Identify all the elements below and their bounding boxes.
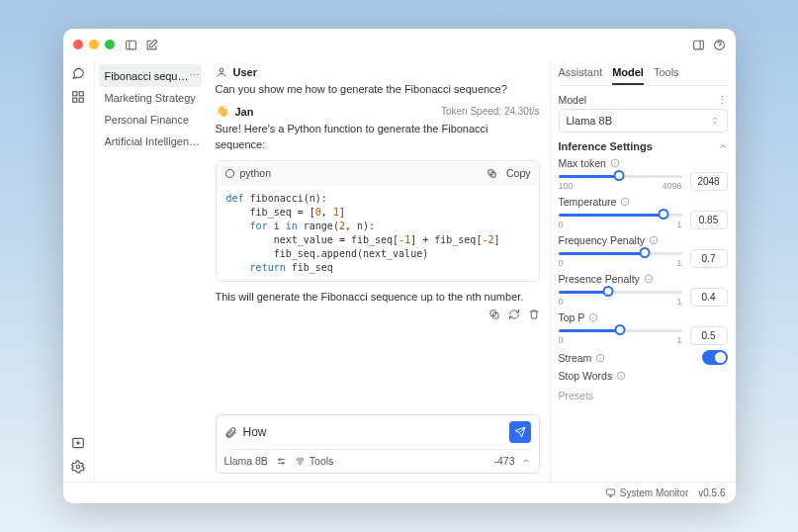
settings-chip-icon[interactable] — [276, 456, 287, 467]
conversation-item[interactable]: Artificial Intelligen… — [99, 131, 202, 152]
stop-words-label: Stop Words — [559, 370, 613, 382]
inference-label: Inference Settings — [559, 140, 653, 152]
chat-icon[interactable] — [71, 66, 85, 80]
status-bar: System Monitor v0.5.6 — [63, 482, 736, 503]
info-icon[interactable] — [595, 353, 605, 363]
conversation-item[interactable]: Marketing Strategy — [99, 87, 202, 109]
user-text: Can you show me how to generate the Fibo… — [216, 82, 540, 97]
tools-chip[interactable]: Tools — [295, 455, 334, 467]
top-p-prop: Top P 01 0.5 — [559, 311, 728, 345]
info-icon[interactable] — [644, 274, 654, 284]
composer: Llama 8B Tools -473 — [216, 414, 540, 474]
model-section-label: Model — [559, 94, 587, 106]
apps-icon[interactable] — [71, 90, 85, 104]
conversation-list: Fibonacci sequ…⋯ Marketing Strategy Pers… — [95, 60, 206, 482]
frequency-penalty-prop: Frequency Penalty 01 0.7 — [559, 234, 728, 268]
info-icon[interactable] — [649, 235, 659, 245]
new-chat-icon[interactable] — [145, 39, 158, 51]
model-chip[interactable]: Llama 8B — [224, 455, 268, 467]
max-token-value[interactable]: 2048 — [690, 172, 728, 191]
conversation-item[interactable]: Personal Finance — [99, 109, 202, 131]
tab-model[interactable]: Model — [612, 64, 644, 85]
send-icon — [514, 426, 526, 438]
version-label: v0.5.6 — [698, 488, 725, 498]
temperature-value[interactable]: 0.85 — [690, 211, 728, 229]
svg-rect-6 — [73, 92, 77, 96]
code-block: python Copy def fibonacci(n): fib_seq = … — [216, 160, 540, 282]
stream-toggle[interactable] — [702, 350, 728, 365]
tab-tools[interactable]: Tools — [654, 64, 679, 85]
expand-icon[interactable] — [521, 456, 531, 466]
more-icon[interactable]: ⋯ — [189, 69, 200, 82]
temperature-prop: Temperature 01 0.85 — [559, 196, 728, 229]
presence-penalty-value[interactable]: 0.4 — [690, 288, 728, 307]
minimize-window-button[interactable] — [89, 40, 99, 49]
frequency-penalty-value[interactable]: 0.7 — [690, 249, 728, 268]
regenerate-icon[interactable] — [508, 309, 520, 320]
info-icon[interactable] — [610, 158, 620, 168]
max-token-slider[interactable] — [559, 171, 682, 181]
composer-input[interactable] — [243, 425, 503, 439]
frequency-penalty-slider[interactable] — [559, 248, 682, 258]
temperature-slider[interactable] — [559, 210, 682, 220]
tools-icon — [295, 456, 306, 467]
info-icon[interactable] — [588, 312, 598, 322]
chevron-up-icon[interactable] — [718, 141, 728, 151]
panel-tabs: Assistant Model Tools — [559, 64, 728, 86]
copy-label: Copy — [506, 166, 531, 181]
monitor-icon — [605, 488, 616, 498]
delete-icon[interactable] — [528, 309, 540, 320]
max-token-prop: Max token 1004096 2048 — [559, 157, 728, 191]
window-controls — [73, 40, 115, 49]
svg-rect-46 — [606, 489, 614, 495]
wave-icon: 👋 — [216, 105, 229, 118]
code-header: python Copy — [217, 161, 539, 186]
code-body: def fibonacci(n): fib_seq = [0, 1] for i… — [217, 186, 539, 281]
settings-icon[interactable] — [71, 460, 85, 474]
top-p-value[interactable]: 0.5 — [690, 326, 728, 345]
presence-penalty-slider[interactable] — [559, 287, 682, 297]
tab-assistant[interactable]: Assistant — [559, 64, 603, 85]
stream-label: Stream — [559, 352, 592, 364]
assistant-intro: Sure! Here's a Python function to genera… — [216, 122, 540, 152]
attach-icon[interactable] — [224, 426, 237, 439]
copy-message-icon[interactable] — [488, 309, 500, 320]
message-actions — [216, 309, 540, 320]
code-lang: python — [240, 166, 272, 181]
system-monitor-button[interactable]: System Monitor — [605, 488, 688, 498]
svg-rect-0 — [126, 41, 135, 49]
top-p-slider[interactable] — [559, 325, 682, 335]
svg-point-11 — [76, 465, 80, 469]
app-body: Fibonacci sequ…⋯ Marketing Strategy Pers… — [63, 60, 736, 482]
model-select[interactable]: Llama 8B — [559, 109, 728, 133]
titlebar — [63, 29, 736, 60]
user-avatar-icon — [216, 66, 227, 78]
user-message: User Can you show me how to generate the… — [216, 66, 540, 97]
model-select-value: Llama 8B — [567, 115, 612, 127]
svg-point-24 — [299, 461, 302, 464]
kebab-icon[interactable]: ⋮ — [717, 94, 728, 106]
send-button[interactable] — [509, 421, 531, 443]
assistant-text: Sure! Here's a Python function to genera… — [216, 122, 540, 320]
svg-rect-8 — [73, 98, 77, 102]
download-icon[interactable] — [71, 436, 85, 450]
svg-rect-9 — [79, 98, 83, 102]
help-icon[interactable] — [713, 39, 726, 51]
panel-toggle-icon[interactable] — [692, 39, 705, 51]
svg-rect-2 — [693, 41, 703, 49]
close-window-button[interactable] — [73, 40, 83, 49]
conversation-item[interactable]: Fibonacci sequ…⋯ — [99, 64, 202, 87]
token-counter: -473 — [493, 455, 514, 467]
info-icon[interactable] — [620, 197, 630, 207]
app-window: Fibonacci sequ…⋯ Marketing Strategy Pers… — [63, 29, 736, 503]
maximize-window-button[interactable] — [105, 40, 115, 49]
svg-point-12 — [220, 68, 223, 72]
svg-point-22 — [297, 458, 300, 461]
info-icon[interactable] — [616, 371, 626, 381]
assistant-outro: This will generate the Fibonacci sequenc… — [216, 290, 540, 305]
sidebar-toggle-icon[interactable] — [125, 39, 137, 51]
settings-panel: Assistant Model Tools Model⋮ Llama 8B In… — [550, 60, 736, 482]
copy-button[interactable]: Copy — [487, 166, 531, 181]
conversation-label: Fibonacci sequ… — [105, 70, 189, 82]
user-name: User — [233, 66, 257, 78]
